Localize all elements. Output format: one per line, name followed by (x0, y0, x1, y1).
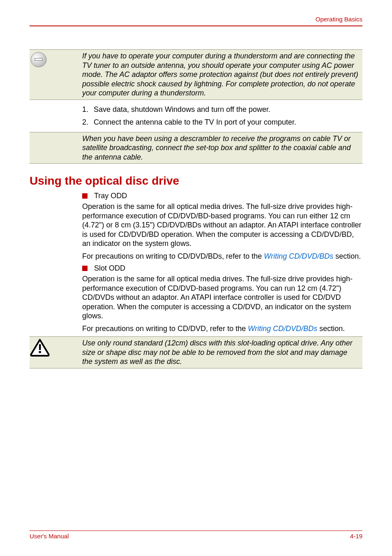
paragraph: For precautions on writing to CD/DVD/BDs… (82, 252, 362, 261)
caution-icon (30, 338, 50, 357)
footer-rule (30, 531, 362, 531)
list-item: 2. Connect the antenna cable to the TV I… (82, 117, 362, 128)
page-header: Operating Basics (30, 12, 362, 30)
list-number: 2. (82, 117, 94, 128)
header-rule (30, 25, 362, 26)
section-heading: Using the optical disc drive (30, 174, 362, 188)
header-section-name: Operating Basics (316, 16, 362, 23)
caution-icon-col (30, 338, 82, 357)
note-text: If you have to operate your computer dur… (82, 51, 358, 98)
note-text: When you have been using a descrambler t… (82, 134, 358, 162)
caution-box: Use only round standard (12cm) discs wit… (30, 336, 362, 368)
note-box-descrambler: When you have been using a descrambler t… (30, 132, 362, 164)
list-text: Connect the antenna cable to the TV In p… (94, 117, 296, 128)
bullet-label: Tray ODD (94, 192, 127, 200)
text-post: section. (317, 324, 345, 333)
footer-right: 4-19 (350, 533, 362, 540)
numbered-list: 1. Save data, shutdown Windows and turn … (82, 104, 362, 128)
note-icon-col (30, 51, 82, 68)
text-post: section. (333, 252, 361, 260)
bullet-tray: Tray ODD (82, 192, 362, 200)
svg-point-3 (39, 351, 41, 353)
link-writing-cddvdbds[interactable]: Writing CD/DVD/BDs (248, 324, 317, 333)
paragraph: For precautions on writing to CD/DVD, re… (82, 324, 362, 334)
list-item: 1. Save data, shutdown Windows and turn … (82, 104, 362, 115)
svg-rect-2 (39, 344, 41, 350)
paragraph: Operation is the same for all optical me… (82, 202, 362, 248)
text-pre: For precautions on writing to CD/DVD, re… (82, 324, 248, 333)
note-icon (30, 51, 49, 68)
paragraph: Operation is the same for all optical me… (82, 274, 362, 321)
list-number: 1. (82, 104, 94, 115)
svg-rect-1 (35, 58, 42, 60)
bullet-icon (82, 266, 88, 271)
text-pre: For precautions on writing to CD/DVD/BDs… (82, 252, 264, 260)
page-footer: User's Manual 4-19 (30, 531, 362, 540)
list-text: Save data, shutdown Windows and turn off… (94, 104, 270, 115)
bullet-slot: Slot ODD (82, 264, 362, 273)
caution-text: Use only round standard (12cm) discs wit… (82, 338, 358, 366)
footer-left: User's Manual (30, 533, 69, 540)
link-writing-cddvdbds[interactable]: Writing CD/DVD/BDs (264, 252, 333, 260)
bullet-icon (82, 193, 88, 199)
note-box-thunderstorm: If you have to operate your computer dur… (30, 49, 362, 100)
bullet-label: Slot ODD (94, 264, 125, 273)
